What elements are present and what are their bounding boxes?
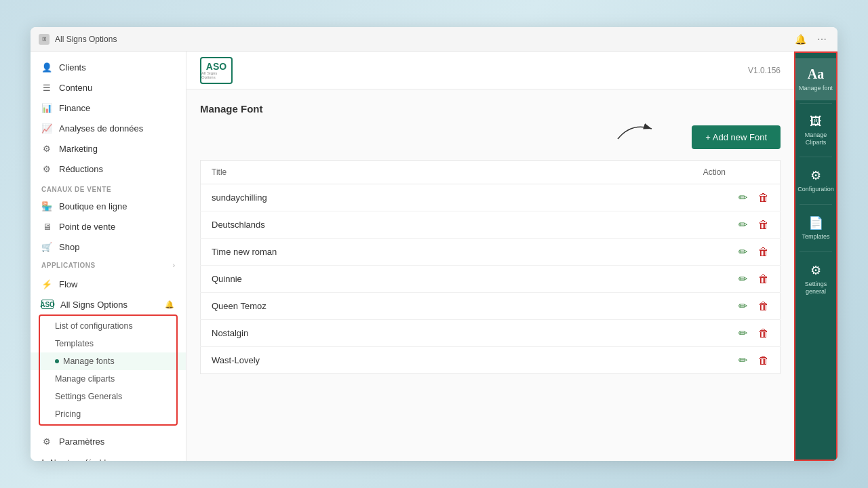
sidebar-sub-item-templates[interactable]: Templates: [31, 335, 186, 352]
sub-label-list-configs: List of configurations: [55, 321, 133, 331]
delete-font-button[interactable]: 🗑: [758, 273, 769, 285]
font-action-cell: ✏ 🗑: [489, 211, 780, 239]
font-action-cell: ✏ 🗑: [489, 320, 780, 347]
delete-font-button[interactable]: 🗑: [758, 192, 769, 204]
right-panel-settings-general[interactable]: ⚙ Settings general: [795, 255, 836, 304]
sub-label-pricing: Pricing: [55, 409, 81, 419]
divider-2: [800, 157, 832, 157]
title-bar: ⊞ All Signs Options 🔔 ⋯: [31, 27, 837, 52]
version-label: V1.0.156: [748, 66, 781, 75]
content-area: ASO All Signs Options V1.0.156 Manage Fo…: [186, 52, 794, 461]
templates-icon: 📄: [808, 216, 823, 230]
table-row: sundaychilling ✏ 🗑: [201, 184, 781, 211]
cliparts-icon: 🖼: [810, 115, 822, 129]
sidebar-item-params[interactable]: ⚙ Paramètres: [31, 431, 186, 451]
sidebar-item-reductions[interactable]: ⚙ Réductions: [31, 159, 186, 179]
right-panel-configuration-label: Configuration: [797, 186, 834, 193]
sidebar-item-point-de-vente[interactable]: 🖥 Point de vente: [31, 216, 186, 237]
sidebar-section-applications[interactable]: Applications ›: [31, 257, 186, 274]
menu-button[interactable]: ⋯: [814, 34, 829, 45]
font-title-cell: sundaychilling: [201, 184, 490, 211]
logo-subtext: All Signs Options: [201, 71, 231, 79]
delete-font-button[interactable]: 🗑: [758, 246, 769, 258]
sidebar-label-reductions: Réductions: [59, 164, 103, 174]
app-icon: ⊞: [39, 34, 50, 45]
delete-font-button[interactable]: 🗑: [758, 300, 769, 312]
sidebar-label-boutique: Boutique en ligne: [59, 201, 127, 211]
font-action-cell: ✏ 🗑: [489, 347, 780, 374]
right-panel-manage-font[interactable]: Aa Manage font: [795, 58, 836, 100]
edit-font-button[interactable]: ✏: [738, 191, 747, 204]
info-icon: ℹ: [41, 458, 45, 461]
sidebar-item-marketing[interactable]: ⚙ Marketing: [31, 138, 186, 159]
right-panel-manage-font-label: Manage font: [799, 85, 833, 92]
divider-1: [800, 103, 832, 104]
edit-font-button[interactable]: ✏: [738, 327, 747, 340]
flow-icon: ⚡: [41, 279, 52, 289]
delete-font-button[interactable]: 🗑: [758, 219, 769, 231]
font-action-cell: ✏ 🗑: [489, 293, 780, 320]
params-icon: ⚙: [41, 436, 52, 447]
sidebar-sub-item-pricing[interactable]: Pricing: [31, 405, 186, 423]
sidebar-label-flow: Flow: [59, 279, 77, 289]
sidebar: 👤 Clients ☰ Contenu 📊 Finance 📈 Analyses…: [31, 52, 186, 461]
sidebar-item-boutique[interactable]: 🏪 Boutique en ligne: [31, 196, 186, 216]
sidebar-sub-item-manage-cliparts[interactable]: Manage cliparts: [31, 370, 186, 388]
sidebar-item-clients[interactable]: 👤 Clients: [31, 57, 186, 77]
reductions-icon: ⚙: [41, 163, 52, 174]
aso-icon: ASO: [41, 300, 54, 309]
sidebar-sub-item-manage-fonts[interactable]: Manage fonts: [31, 352, 186, 370]
right-panel-manage-cliparts[interactable]: 🖼 Manage Cliparts: [795, 106, 836, 155]
edit-font-button[interactable]: ✏: [738, 300, 747, 312]
active-dot: [55, 359, 59, 363]
applications-chevron: ›: [173, 262, 175, 269]
table-row: Deutschlands ✏ 🗑: [201, 211, 781, 239]
shop-icon: 🛒: [41, 241, 52, 252]
sub-label-manage-fonts: Manage fonts: [63, 357, 115, 366]
boutique-icon: 🏪: [41, 201, 52, 211]
non-transferable-label: Non transférable: [50, 458, 111, 461]
sub-label-manage-cliparts: Manage cliparts: [55, 374, 115, 384]
sidebar-item-finance[interactable]: 📊 Finance: [31, 98, 186, 118]
font-title-cell: Deutschlands: [201, 211, 490, 239]
sidebar-label-params: Paramètres: [59, 436, 104, 447]
font-table: Title Action sundaychilling ✏ 🗑 Deutschl…: [200, 160, 781, 374]
aso-logo: ASO All Signs Options: [200, 57, 233, 84]
page-content: Manage Font + Add new Font: [186, 89, 794, 461]
delete-font-button[interactable]: 🗑: [758, 327, 769, 340]
edit-font-button[interactable]: ✏: [738, 354, 747, 367]
sidebar-item-contenu[interactable]: ☰ Contenu: [31, 77, 186, 98]
right-panel-configuration[interactable]: ⚙ Configuration: [795, 160, 836, 201]
sidebar-label-marketing: Marketing: [59, 144, 98, 154]
sidebar-label-contenu: Contenu: [59, 83, 92, 93]
contenu-icon: ☰: [41, 82, 52, 93]
right-panel-templates-label: Templates: [802, 233, 829, 241]
notification-button[interactable]: 🔔: [792, 34, 809, 45]
edit-font-button[interactable]: ✏: [738, 218, 747, 231]
sidebar-item-aso[interactable]: ASO All Signs Options 🔔: [31, 294, 186, 314]
right-panel-cliparts-label: Manage Cliparts: [798, 131, 833, 146]
font-title-cell: Nostalgin: [201, 320, 490, 347]
sidebar-item-flow[interactable]: ⚡ Flow: [31, 274, 186, 294]
delete-font-button[interactable]: 🗑: [758, 354, 769, 367]
add-btn-row: + Add new Font: [200, 125, 781, 149]
edit-font-button[interactable]: ✏: [738, 272, 747, 285]
sidebar-label-aso: All Signs Options: [60, 300, 127, 310]
sidebar-label-clients: Clients: [59, 62, 86, 73]
user-icon: 👤: [41, 62, 52, 73]
right-panel-settings-label: Settings general: [798, 281, 833, 296]
edit-font-button[interactable]: ✏: [738, 245, 747, 258]
sidebar-label-finance: Finance: [59, 103, 90, 113]
window-title: All Signs Options: [55, 35, 787, 44]
font-action-cell: ✏ 🗑: [489, 266, 780, 293]
sidebar-sub-item-list-of-configs[interactable]: List of configurations: [31, 317, 186, 335]
sub-label-settings-generals: Settings Generals: [55, 392, 122, 401]
sidebar-item-analyses[interactable]: 📈 Analyses de données: [31, 118, 186, 138]
sidebar-sub-item-settings-generals[interactable]: Settings Generals: [31, 388, 186, 405]
add-new-font-button[interactable]: + Add new Font: [692, 125, 781, 149]
non-transferable-item: ℹ Non transférable: [31, 451, 186, 461]
aso-sub-items-group: List of configurations Templates Manage …: [31, 314, 186, 426]
right-panel-templates[interactable]: 📄 Templates: [795, 207, 836, 249]
page-title: Manage Font: [200, 103, 781, 115]
sidebar-item-shop[interactable]: 🛒 Shop: [31, 237, 186, 257]
